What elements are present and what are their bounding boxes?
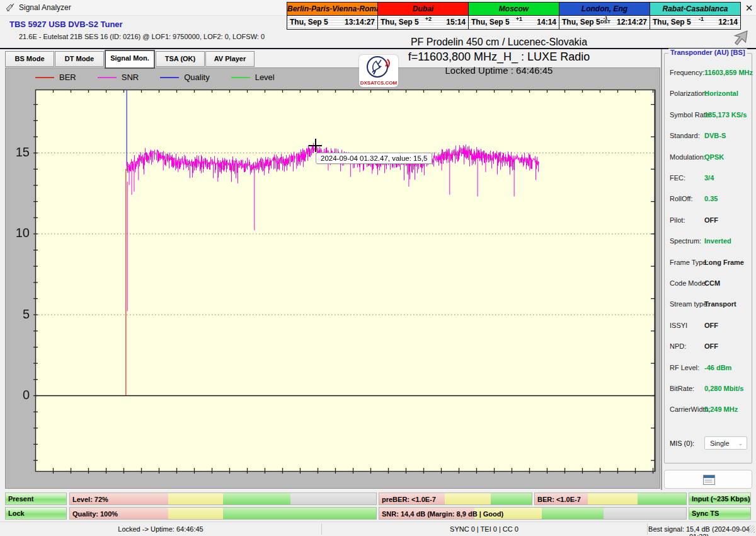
crosshair-cursor: [309, 139, 322, 152]
meter-quality: Quality: 100%: [69, 507, 377, 520]
transponder-row-rolloff-: RollOff:0.35: [670, 195, 749, 204]
row-value: Long Frame: [704, 259, 744, 266]
meter-label: SNR: 14,4 dB (Margin: 8,9 dB | Good): [382, 508, 503, 520]
meter-ber: BER: <1.0E-7: [534, 492, 687, 505]
clock-day: Thu, Sep 5: [471, 18, 510, 26]
meter-preber: preBER: <1.0E-7: [379, 492, 532, 505]
close-icon[interactable]: ✕: [743, 3, 755, 14]
tuner-details: 21.6E - Eutelsat 21B SES 16 (ID: 0216) @…: [19, 33, 265, 40]
transponder-row-polarization-: Polarization:Horizontal: [670, 90, 749, 98]
status-bar: Locked -> Uptime: 64:46:45 SYNC 0 | TEI …: [0, 521, 756, 536]
clock-1: DubaiThu, Sep 5+215:14: [377, 2, 469, 30]
window-list-icon: [703, 475, 715, 485]
tab-bs-mode[interactable]: BS Mode: [5, 51, 54, 67]
meter-label: preBER: <1.0E-7: [382, 494, 436, 505]
row-label: NPD:: [670, 342, 686, 350]
meter-segment-green: [542, 508, 603, 519]
meter-level: Level: 72%: [69, 492, 377, 505]
row-value: Transport: [704, 300, 736, 308]
row-value: OFF: [704, 322, 718, 329]
status-best-signal: Best signal: 15,4 dB (2024-09-04 01:32): [647, 525, 751, 536]
clock-offset: -1DST: [600, 16, 610, 24]
clock-time: 15:14: [446, 18, 466, 26]
row-value: 0,280 Mbit/s: [704, 385, 743, 392]
transponder-row-frequency-: Frequency:11603,859 MHz: [670, 69, 749, 78]
clock-2: MoscowThu, Sep 5+114:14: [468, 2, 559, 30]
row-label: BitRate:: [670, 385, 694, 392]
row-label: Stream type:: [670, 300, 709, 308]
header-separator: [0, 48, 756, 49]
row-value: 0,249 MHz: [704, 405, 738, 413]
row-value: 0.35: [704, 195, 718, 202]
transponder-row-symbol-rate-: Symbol Rate:185,173 KS/s: [670, 111, 749, 120]
transponder-row-bitrate-: BitRate:0,280 Mbit/s: [670, 385, 749, 393]
resize-grip[interactable]: [748, 525, 755, 533]
meter-segment-yellow: [168, 493, 223, 504]
y-tick-label-0: 0: [11, 388, 30, 402]
meter-segment-yellow: [445, 493, 491, 504]
clock-offset: -1: [699, 16, 704, 22]
clock-city: Moscow: [469, 3, 559, 16]
clock-0: Berlin-Paris-Vienna-RomaThu, Sep 513:14:…: [287, 2, 378, 30]
clock-time-row: Thu, Sep 5+215:14: [378, 16, 468, 29]
mis-value: Single: [710, 440, 730, 447]
row-value: OFF: [704, 342, 718, 350]
status-uptime: Locked -> Uptime: 64:46:45: [0, 525, 321, 533]
stream-window-button[interactable]: [664, 470, 752, 489]
row-label: Pilot:: [670, 216, 685, 224]
transponder-row-code-mode-: Code Mode:CCM: [670, 279, 749, 288]
status-sync: SYNC 0 | TEI 0 | CC 0: [321, 525, 647, 533]
tab-signal-mon-[interactable]: Signal Mon.: [105, 50, 155, 69]
app-icon: [5, 3, 15, 13]
clock-offset: +2: [425, 16, 432, 22]
row-label: Polarization:: [670, 90, 708, 97]
mouse-pointer-icon: [733, 28, 749, 47]
clock-time-row: Thu, Sep 5-1DST12:14:27: [559, 16, 650, 29]
chart-tooltip: 2024-09-04 01.32.47, value: 15,5: [316, 153, 432, 164]
clock-day: Thu, Sep 5: [290, 18, 328, 26]
panel-splitter[interactable]: [661, 49, 662, 490]
mis-dropdown[interactable]: Single ⌄: [704, 436, 747, 450]
row-value: CCM: [704, 279, 720, 287]
meter-segment-yellow: [588, 493, 638, 504]
uptime-label: Locked Uptime : 64:46:45: [367, 65, 631, 76]
row-label: Code Mode:: [670, 279, 707, 287]
meter-label: Quality: 100%: [72, 508, 118, 520]
meter-segment-green: [638, 493, 686, 504]
meter-segment-gray: [290, 493, 376, 504]
row-value: -46 dBm: [704, 364, 731, 371]
transponder-row-rf-level-: RF Level:-46 dBm: [670, 364, 749, 373]
meter-label: BER: <1.0E-7: [537, 494, 581, 505]
snr-chart[interactable]: [6, 68, 660, 488]
logo-text: DXSATCS.COM: [359, 80, 398, 86]
mis-label: MIS (0):: [670, 440, 694, 447]
transponder-row-issyi: ISSYIOFF: [670, 322, 749, 330]
row-label: ISSYI: [670, 322, 687, 329]
dish-label: PF Prodelin 450 cm / Lucenec-Slovakia: [367, 37, 631, 48]
clock-day: Thu, Sep 5: [653, 18, 691, 26]
row-value: Inverted: [704, 237, 731, 245]
row-label: Modulation:: [670, 153, 706, 161]
satellite-dish-icon: [365, 55, 392, 79]
row-value: 11603,859 MHz: [704, 69, 753, 76]
row-label: Frequency:: [670, 69, 704, 76]
meter-segment-green: [223, 508, 376, 519]
clock-time: 12:14: [718, 18, 738, 26]
transponder-row-frame-type-: Frame Type:Long Frame: [670, 259, 749, 267]
y-tick-label-15: 15: [11, 145, 30, 160]
tab-tsa-ok-[interactable]: TSA (OK): [156, 51, 205, 67]
tab-av-player[interactable]: AV Player: [205, 51, 255, 67]
row-value: 3/4: [704, 174, 714, 182]
row-label: RF Level:: [670, 364, 699, 371]
y-tick-label-5: 5: [11, 307, 30, 322]
chevron-down-icon: ⌄: [738, 437, 743, 450]
status-box-sync-ts: Sync TS: [689, 507, 751, 520]
transponder-group-title: Transponder (AU) [BS]: [668, 49, 747, 56]
meter-segment-green: [223, 493, 290, 504]
meter-segment-yellow: [168, 508, 223, 519]
clock-offset: +1: [516, 16, 522, 22]
world-clocks: Berlin-Paris-Vienna-RomaThu, Sep 513:14:…: [287, 2, 740, 30]
clock-time-row: Thu, Sep 513:14:27: [287, 16, 377, 29]
y-tick-label-10: 10: [11, 226, 30, 240]
tab-dt-mode[interactable]: DT Mode: [55, 51, 104, 67]
